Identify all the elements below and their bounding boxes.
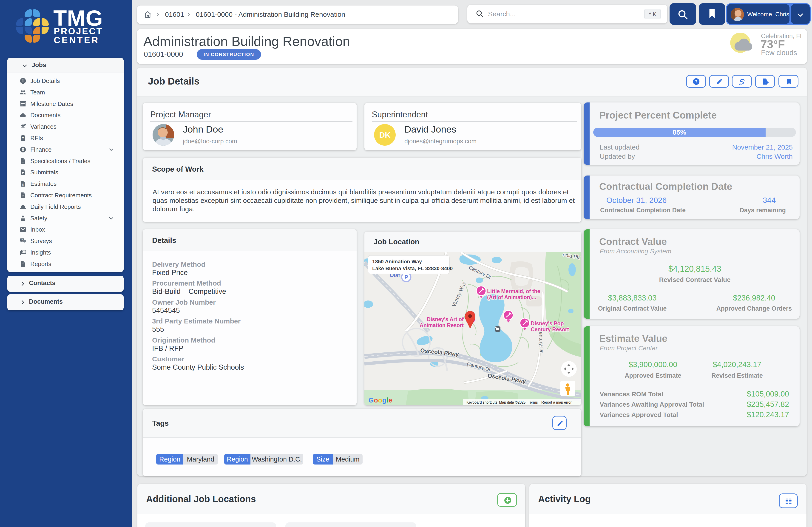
svg-text:?: ?: [22, 137, 24, 140]
svg-text:1850 Animation Way: 1850 Animation Way: [372, 259, 422, 264]
svg-text:$: $: [22, 147, 24, 151]
svg-text:Disney's Art of: Disney's Art of: [427, 316, 464, 322]
svg-text:Century Resort: Century Resort: [531, 326, 569, 333]
svg-text:Map data ©2025: Map data ©2025: [499, 400, 526, 404]
svg-text:?: ?: [695, 79, 698, 84]
svg-text:Google: Google: [368, 396, 392, 404]
svg-text:Disney's Pop: Disney's Pop: [531, 321, 564, 326]
svg-text:Keyboard shortcuts: Keyboard shortcuts: [466, 400, 497, 404]
svg-text:?: ?: [21, 239, 23, 241]
svg-text:Report a map error: Report a map error: [541, 400, 572, 404]
svg-text:Terms: Terms: [528, 400, 538, 404]
svg-text:Animation Resort: Animation Resort: [420, 322, 464, 328]
svg-text:$: $: [22, 183, 24, 186]
svg-text:Little Mermaid, of the: Little Mermaid, of the: [487, 288, 540, 294]
svg-text:(Art of Animation)...: (Art of Animation)...: [487, 294, 536, 300]
svg-text:P: P: [404, 274, 408, 280]
svg-text:Lake Buena Vista, FL 32830-840: Lake Buena Vista, FL 32830-8400: [372, 266, 453, 271]
